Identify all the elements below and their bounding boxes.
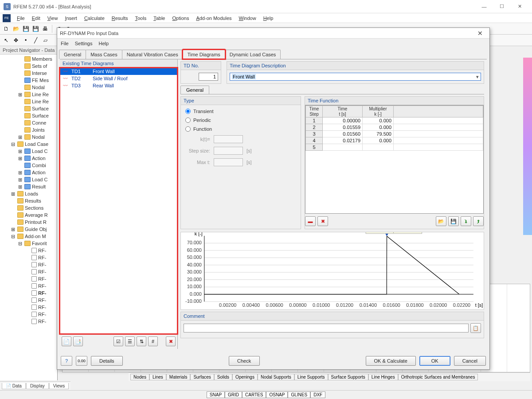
- menu-edit[interactable]: Edit: [28, 15, 44, 22]
- details-button[interactable]: Details: [91, 356, 123, 366]
- comment-input[interactable]: [184, 324, 469, 332]
- surface-icon[interactable]: ▱: [41, 36, 50, 45]
- status-dxf[interactable]: DXF: [310, 391, 325, 398]
- tf-table[interactable]: TimeStepTimet [s]Multiplierk [-]10.00000…: [305, 105, 484, 214]
- node-icon[interactable]: •: [21, 36, 30, 45]
- nav-item[interactable]: ⊟Favorit: [1, 240, 56, 247]
- menu-insert[interactable]: Insert: [61, 15, 81, 22]
- menu-view[interactable]: View: [44, 15, 62, 22]
- nav-item[interactable]: Sets of: [1, 63, 56, 70]
- view-tab[interactable]: Line Supports: [294, 374, 328, 380]
- save-tf-button[interactable]: 💾: [448, 216, 459, 226]
- status-cartes[interactable]: CARTES: [242, 391, 266, 398]
- menu-file[interactable]: File: [13, 15, 28, 22]
- status-grid[interactable]: GRID: [225, 391, 242, 398]
- tab-mass-cases[interactable]: Mass Cases: [86, 50, 122, 59]
- status-osnap[interactable]: OSNAP: [266, 391, 288, 398]
- menu-options[interactable]: Options: [168, 15, 192, 22]
- sort-button[interactable]: ⇅: [137, 336, 146, 346]
- new-icon[interactable]: 🗋: [2, 24, 11, 33]
- saveall-icon[interactable]: 💾: [31, 24, 40, 33]
- nav-item[interactable]: Interse: [1, 70, 56, 77]
- close-button[interactable]: ✕: [511, 1, 528, 12]
- menu-window[interactable]: Window: [235, 15, 260, 22]
- tab-natural-vibration-cases[interactable]: Natural Vibration Cases: [122, 50, 183, 59]
- nav-item[interactable]: RF-: [1, 304, 56, 311]
- new-td-button[interactable]: 📄: [62, 336, 71, 346]
- pointer-icon[interactable]: ↖: [2, 36, 11, 45]
- nav-item[interactable]: RF-: [1, 261, 56, 268]
- menu-tools[interactable]: Tools: [131, 15, 150, 22]
- view-tab[interactable]: Nodal Supports: [258, 374, 294, 380]
- view-tab[interactable]: Line Hinges: [368, 374, 398, 380]
- view-tab[interactable]: Nodes: [130, 374, 149, 380]
- radio-function[interactable]: Function: [185, 126, 296, 132]
- nav-item[interactable]: RF-: [1, 318, 56, 325]
- view-tab[interactable]: Openings: [232, 374, 258, 380]
- units-button[interactable]: 0.00: [76, 356, 87, 366]
- move-icon[interactable]: ✥: [12, 36, 20, 45]
- nav-item[interactable]: ⊞Result: [1, 183, 56, 190]
- td-list-item[interactable]: 〰TD1Front Wall: [60, 68, 177, 75]
- delete-td-button[interactable]: ✖: [166, 336, 176, 346]
- nav-item[interactable]: RF-: [1, 247, 56, 254]
- nav-item[interactable]: Surface: [1, 112, 56, 119]
- subtab-general[interactable]: General: [180, 86, 209, 94]
- check-button[interactable]: Check: [229, 356, 260, 366]
- copy-td-button[interactable]: 📑: [73, 336, 83, 346]
- nav-item[interactable]: Sections: [1, 204, 56, 211]
- maximize-button[interactable]: ☐: [493, 1, 511, 12]
- ok-button[interactable]: OK: [419, 356, 450, 366]
- nav-item[interactable]: ⊞Action: [1, 155, 56, 162]
- tab-dynamic-load-cases[interactable]: Dynamic Load Cases: [225, 50, 281, 59]
- view-tab[interactable]: Solids: [214, 374, 232, 380]
- time-diagram-list[interactable]: 〰TD1Front Wall〰TD2Side Wall / Roof〰TD3Re…: [60, 68, 177, 334]
- delete-all-button[interactable]: ✖: [317, 216, 328, 226]
- nav-tab-data[interactable]: 📄 Data: [2, 383, 26, 389]
- nav-item[interactable]: Surface: [1, 105, 56, 112]
- dlg-menu-settings[interactable]: Settings: [75, 41, 93, 46]
- nav-item[interactable]: Printout R: [1, 219, 56, 226]
- save-icon[interactable]: 💾: [21, 24, 30, 33]
- cancel-button[interactable]: Cancel: [454, 356, 486, 366]
- nav-item[interactable]: Members: [1, 55, 56, 63]
- nav-tab-display[interactable]: Display: [26, 383, 49, 389]
- nav-item[interactable]: Results: [1, 197, 56, 204]
- radio-transient[interactable]: Transient: [185, 109, 296, 114]
- check-all-button[interactable]: ☑: [113, 336, 123, 346]
- line-icon[interactable]: ╱: [31, 36, 40, 45]
- nav-item[interactable]: ⊞Loads: [1, 190, 56, 197]
- menu-calculate[interactable]: Calculate: [81, 15, 108, 22]
- excel-import-button[interactable]: ⮯: [461, 216, 471, 226]
- radio-periodic[interactable]: Periodic: [185, 117, 296, 123]
- nav-item[interactable]: RF-: [1, 289, 56, 297]
- nav-item[interactable]: Line Re: [1, 98, 56, 105]
- dlg-menu-help[interactable]: Help: [98, 41, 109, 46]
- nav-item[interactable]: Conne: [1, 119, 56, 126]
- nav-item[interactable]: Joints: [1, 126, 56, 133]
- nav-item[interactable]: ⊞Action: [1, 169, 56, 176]
- tab-time-diagrams[interactable]: Time Diagrams: [183, 50, 225, 59]
- menu-help[interactable]: Help: [260, 15, 277, 22]
- menu-results[interactable]: Results: [108, 15, 132, 22]
- tab-general[interactable]: General: [59, 50, 86, 59]
- nav-item[interactable]: ⊞Line Re: [1, 91, 56, 98]
- nav-item[interactable]: RF-: [1, 268, 56, 275]
- select-button[interactable]: ☰: [125, 336, 135, 346]
- dialog-close-button[interactable]: ✕: [473, 30, 487, 37]
- help-button[interactable]: ?: [61, 356, 72, 366]
- nav-item[interactable]: ⊞Load C: [1, 148, 56, 155]
- td-list-item[interactable]: 〰TD3Rear Wall: [60, 82, 177, 89]
- nav-item[interactable]: ⊟Load Case: [1, 141, 56, 148]
- nav-item[interactable]: RF-: [1, 297, 56, 304]
- nav-item[interactable]: ⊞Nodal: [1, 133, 56, 141]
- nav-item[interactable]: ⊞Guide Obj: [1, 226, 56, 233]
- ok-calculate-button[interactable]: OK & Calculate: [366, 356, 416, 366]
- view-tab[interactable]: Lines: [149, 374, 166, 380]
- comment-lib-button[interactable]: 📋: [470, 323, 481, 333]
- renumber-button[interactable]: #: [148, 336, 158, 346]
- status-glines[interactable]: GLINES: [288, 391, 310, 398]
- td-no-input[interactable]: [199, 73, 218, 81]
- nav-item[interactable]: RF-: [1, 275, 56, 282]
- excel-export-button[interactable]: ⮭: [473, 216, 484, 226]
